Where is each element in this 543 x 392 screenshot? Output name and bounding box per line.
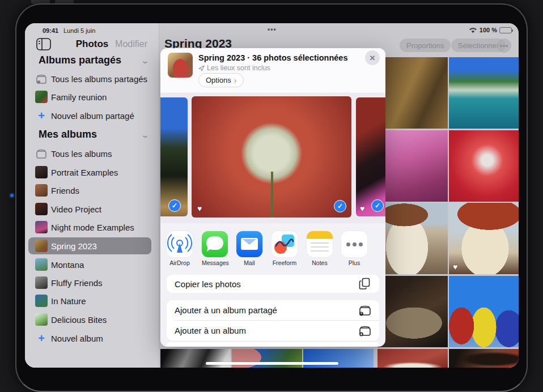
multitasking-dots-icon[interactable]: ••• [268,25,277,33]
add-to-album-action[interactable]: Ajouter à un album [167,321,379,340]
pencil-indicator-dot [10,194,14,197]
photo-thumb-diner[interactable] [377,130,448,202]
copy-photos-action[interactable]: Copier les photos [167,275,379,293]
sidebar-item-fluffy-friends[interactable]: Fluffy Friends [28,274,151,291]
plus-icon: + [35,332,48,344]
share-target-more[interactable]: Plus [341,231,367,266]
photo-thumb-face-closeup[interactable] [449,349,519,368]
mail-icon [236,231,262,257]
photo-thumb-red-hat[interactable]: ♥ [449,203,519,274]
ipad-device: 09:41 Lundi 5 juin ••• 100 % [0,0,543,392]
section-my-albums: Mes albums [39,129,97,140]
share-sheet-title: Spring 2023 · 36 photos sélectionnées [198,53,348,62]
share-sheet-header: Spring 2023 · 36 photos sélectionnées Le… [160,48,385,93]
favorite-heart-icon: ♥ [197,204,202,213]
photo-thumb-person-sky[interactable] [232,349,302,368]
photo-thumb-red-fabric[interactable] [449,130,519,202]
flower-stem [271,172,273,218]
share-preview-thumbnail [168,53,193,78]
sidebar-item-montana[interactable]: Montana [28,256,151,273]
album-thumbnail [35,313,48,326]
sidebar-item-delicious-bites[interactable]: Delicious Bites [28,311,151,328]
album-thumbnail [35,203,48,215]
selected-check-icon[interactable]: ✓ [371,199,384,212]
freeform-icon [272,231,298,257]
proportions-button[interactable]: Proportions [400,39,451,52]
share-target-mail[interactable]: Mail [236,231,262,266]
album-thumbnail [35,276,48,289]
location-arrow-icon [198,65,205,71]
add-to-shared-album-action[interactable]: Ajouter à un album partagé [167,300,379,320]
photo-thumb-bedroom[interactable] [377,276,448,347]
clock: 09:41 [43,27,58,34]
sidebar-item-video-project[interactable]: Video Project [28,201,151,218]
share-sheet-subtitle: Les lieux sont inclus [198,64,270,72]
more-button[interactable]: ••• [497,39,511,53]
sidebar-item-spring-2023[interactable]: Spring 2023 [28,237,151,254]
album-thumbnail [35,240,48,252]
screen: 09:41 Lundi 5 juin ••• 100 % [25,23,519,368]
favorite-heart-icon: ♥ [453,262,457,271]
action-group-albums: Ajouter à un album partagé Ajouter à un [167,300,379,340]
album-thumbnail [35,166,48,178]
share-target-airdrop[interactable]: AirDrop [167,231,193,266]
favorite-heart-icon: ♥ [360,204,364,213]
options-button[interactable]: Options › [198,73,244,87]
selected-photos-strip: ✓ ♥ ✓ ♥ ✓ [160,94,385,223]
home-indicator[interactable] [206,362,338,365]
sidebar-item-family-reunion[interactable]: Family reunion [28,88,151,105]
close-button[interactable]: ✕ [365,50,380,65]
wifi-icon [469,27,477,33]
photo-thumb-dancer[interactable] [377,57,448,129]
sidebar-item-all-shared-albums[interactable]: Tous les albums partagés [28,70,151,87]
sidebar-item-new-shared-album[interactable]: + Nouvel album partagé [28,107,151,124]
share-target-freeform[interactable]: Freeform [272,231,298,266]
albums-icon [35,147,48,160]
edit-button[interactable]: Modifier [115,39,147,49]
battery-percent: 100 % [480,27,497,33]
chevron-down-icon[interactable]: ⌄ [141,56,150,65]
battery-icon [499,27,512,33]
sidebar-item-new-album[interactable]: + Nouvel album [28,330,151,347]
selected-check-icon[interactable]: ✓ [334,200,346,212]
photo-thumb-pointed-hat[interactable] [377,203,448,274]
notes-icon [307,231,333,257]
share-target-messages[interactable]: Messages [202,231,228,266]
messages-icon [202,231,228,257]
action-group-partial [167,342,379,347]
shared-albums-icon [35,73,48,85]
sidebar: Photos Modifier Albums partagés ⌄ Tous l… [25,23,159,368]
chevron-right-icon: › [234,76,237,85]
photo-thumb-blue-sky[interactable] [303,349,374,368]
album-thumbnail [35,184,48,197]
sidebar-item-in-nature[interactable]: In Nature [28,292,151,309]
selected-photo-hillside[interactable]: ✓ [160,97,188,216]
album-thumbnail [35,91,48,103]
section-shared-albums: Albums partagés [39,54,121,66]
selected-photo-flower[interactable]: ♥ ✓ [192,96,351,218]
chevron-down-icon[interactable]: ⌄ [141,130,150,139]
sidebar-item-night-mode-examples[interactable]: Night mode Examples [28,219,151,236]
plus-icon: + [35,109,48,122]
album-thumbnail [35,258,48,271]
share-sheet: Spring 2023 · 36 photos sélectionnées Le… [160,48,385,347]
sidebar-item-all-albums[interactable]: Tous les albums [28,145,151,162]
photo-thumb-red-flower[interactable] [377,349,448,368]
status-bar: 09:41 Lundi 5 juin ••• 100 % [25,23,519,38]
add-album-icon [358,324,371,338]
photo-thumb-pool[interactable] [449,57,519,129]
share-target-notes[interactable]: Notes [307,231,333,266]
copy-icon [358,277,371,291]
add-shared-album-icon [358,304,371,317]
sidebar-item-portrait-examples[interactable]: Portrait Examples [28,164,151,181]
photo-thumb-bw-tree[interactable] [160,349,231,368]
selected-photo-braids[interactable]: ♥ ✓ [356,97,385,216]
date: Lundi 5 juin [63,27,95,34]
airdrop-icon [167,231,193,257]
album-thumbnail [35,295,48,307]
sidebar-item-friends[interactable]: Friends [28,182,151,199]
selected-check-icon[interactable]: ✓ [168,199,181,212]
photo-thumb-friends-group[interactable] [449,276,519,347]
album-thumbnail [35,221,48,233]
action-group-copy: Copier les photos [167,275,379,293]
